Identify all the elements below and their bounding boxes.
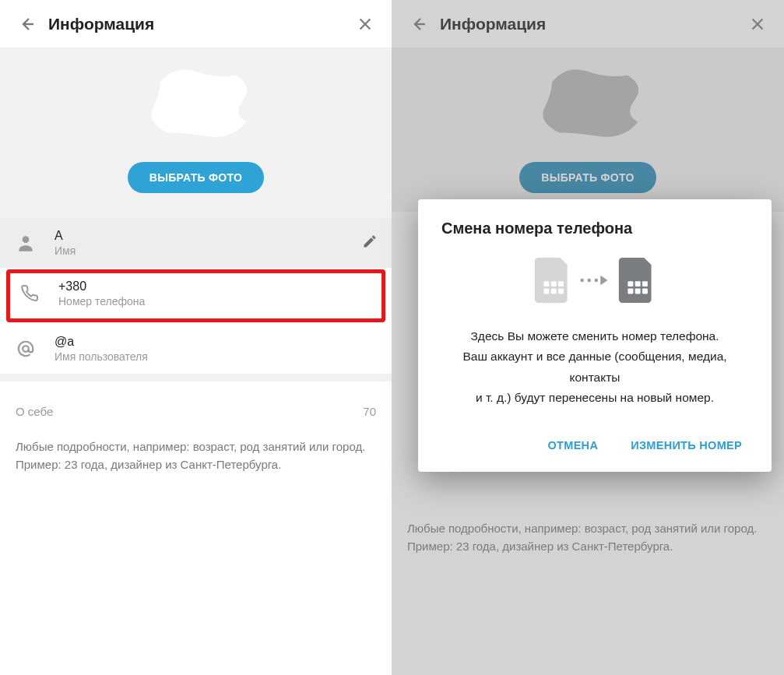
- svg-rect-7: [558, 288, 564, 294]
- back-arrow-icon: [17, 15, 36, 33]
- confirm-button[interactable]: ИЗМЕНИТЬ НОМЕР: [628, 431, 745, 459]
- close-icon: [749, 16, 766, 33]
- arrow-dots-icon: [579, 274, 610, 287]
- close-button[interactable]: [742, 9, 773, 40]
- close-icon: [357, 16, 374, 33]
- svg-point-1: [23, 346, 29, 352]
- username-row[interactable]: @a Имя пользователя: [0, 324, 392, 374]
- svg-rect-11: [628, 281, 633, 287]
- choose-photo-button[interactable]: ВЫБРАТЬ ФОТО: [519, 162, 656, 193]
- back-arrow-icon: [409, 15, 427, 33]
- pencil-icon: [362, 234, 378, 249]
- phone-icon: [20, 284, 39, 303]
- header: Информация: [0, 0, 392, 48]
- svg-rect-15: [635, 288, 641, 294]
- name-label: Имя: [54, 244, 345, 257]
- photo-area: ВЫБРАТЬ ФОТО: [392, 48, 784, 212]
- at-icon: [16, 339, 36, 359]
- svg-rect-16: [642, 288, 648, 294]
- svg-rect-2: [543, 281, 549, 287]
- phone-label: Номер телефона: [58, 295, 374, 308]
- page-title: Информация: [440, 15, 742, 33]
- phone-value: +380: [58, 279, 374, 294]
- name-row[interactable]: A Имя: [0, 218, 392, 268]
- svg-rect-3: [551, 281, 557, 287]
- sim-old-icon: [534, 258, 571, 303]
- about-counter: 70: [363, 405, 376, 418]
- about-hint: Любые подробности, например: возраст, ро…: [392, 508, 784, 568]
- back-button[interactable]: [11, 9, 42, 40]
- edit-name-button[interactable]: [362, 234, 378, 252]
- change-number-dialog: Смена номера телефона Здесь Вы можете см…: [418, 199, 772, 472]
- sim-illustration: [441, 258, 748, 303]
- svg-rect-6: [551, 288, 557, 294]
- dialog-line1: Здесь Вы можете сменить номер телефона.: [441, 326, 748, 346]
- back-button[interactable]: [403, 9, 434, 40]
- header: Информация: [392, 0, 784, 48]
- separator: [0, 212, 392, 218]
- dialog-line3: и т. д.) будут перенесены на новый номер…: [441, 388, 748, 408]
- svg-point-0: [23, 236, 30, 243]
- about-hint-line1: Любые подробности, например: возраст, ро…: [16, 438, 376, 456]
- username-value: @a: [54, 335, 378, 349]
- separator: [0, 374, 392, 381]
- about-hint-line1: Любые подробности, например: возраст, ро…: [407, 520, 768, 538]
- svg-rect-4: [558, 281, 564, 287]
- choose-photo-button[interactable]: ВЫБРАТЬ ФОТО: [128, 162, 264, 193]
- about-header: О себе 70: [0, 381, 392, 426]
- about-label: О себе: [16, 405, 363, 418]
- username-label: Имя пользователя: [54, 350, 378, 363]
- about-hint-line2: Пример: 23 года, дизайнер из Санкт-Петер…: [407, 538, 768, 556]
- avatar-placeholder: [122, 61, 270, 154]
- svg-rect-12: [635, 281, 641, 287]
- person-icon: [16, 233, 36, 253]
- svg-point-9: [588, 279, 591, 282]
- dialog-body: Здесь Вы можете сменить номер телефона. …: [441, 326, 748, 408]
- about-hint: Любые подробности, например: возраст, ро…: [0, 426, 392, 486]
- sim-new-icon: [618, 258, 656, 303]
- right-pane: Информация ВЫБРАТЬ ФОТО Любые подробност…: [392, 0, 784, 675]
- dialog-actions: ОТМЕНА ИЗМЕНИТЬ НОМЕР: [441, 431, 748, 459]
- phone-row[interactable]: +380 Номер телефона: [6, 269, 385, 322]
- dialog-title: Смена номера телефона: [441, 220, 748, 237]
- left-pane: Информация ВЫБРАТЬ ФОТО A Имя +380 Номер…: [0, 0, 392, 675]
- svg-rect-13: [642, 281, 648, 287]
- svg-rect-5: [543, 288, 549, 294]
- photo-area: ВЫБРАТЬ ФОТО: [0, 48, 392, 212]
- svg-point-10: [595, 279, 598, 282]
- cancel-button[interactable]: ОТМЕНА: [545, 431, 602, 459]
- avatar-placeholder: [514, 61, 662, 154]
- dialog-line2: Ваш аккаунт и все данные (сообщения, мед…: [441, 346, 748, 388]
- close-button[interactable]: [350, 9, 381, 40]
- about-hint-line2: Пример: 23 года, дизайнер из Санкт-Петер…: [16, 456, 376, 474]
- svg-rect-14: [628, 288, 633, 294]
- page-title: Информация: [48, 15, 350, 33]
- svg-point-8: [580, 279, 583, 282]
- name-value: A: [54, 229, 345, 243]
